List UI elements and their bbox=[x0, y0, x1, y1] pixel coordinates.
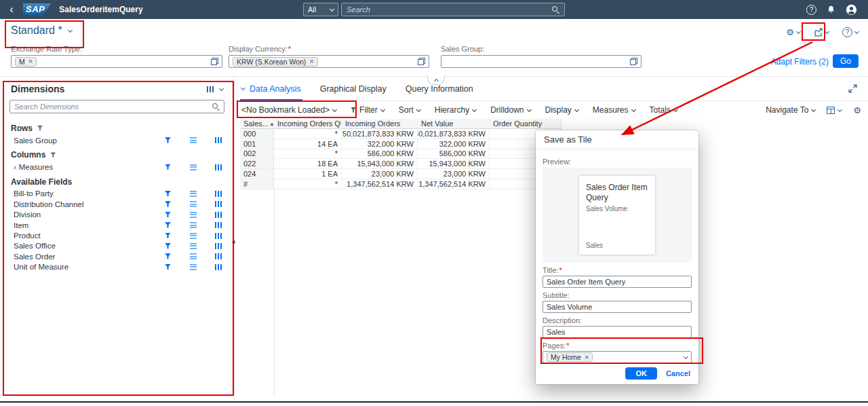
column-header[interactable]: Incoming Orders bbox=[342, 119, 418, 129]
settings-menu-button[interactable]: ⚙ bbox=[786, 28, 800, 37]
bookmark-selector[interactable]: <No Bookmark Loaded> bbox=[241, 105, 336, 115]
back-icon[interactable]: ‹ bbox=[0, 1, 23, 18]
dimension-item[interactable]: Item bbox=[0, 220, 234, 230]
title-input[interactable] bbox=[542, 276, 692, 288]
variant-selector[interactable]: Standard * bbox=[11, 24, 72, 37]
filter-icon[interactable] bbox=[165, 243, 171, 249]
chart-display-icon[interactable] bbox=[215, 253, 222, 259]
chart-display-icon[interactable] bbox=[215, 191, 222, 197]
cancel-button[interactable]: Cancel bbox=[666, 369, 690, 377]
filter-icon[interactable] bbox=[165, 164, 171, 170]
value-help-icon[interactable] bbox=[418, 58, 425, 65]
table-display-icon[interactable] bbox=[190, 164, 197, 170]
value-help-icon[interactable] bbox=[630, 58, 637, 65]
row-header-cell[interactable]: 000 bbox=[240, 129, 274, 139]
chart-display-icon[interactable] bbox=[215, 137, 222, 143]
sort-menu[interactable]: Sort bbox=[399, 105, 420, 115]
filter-icon[interactable] bbox=[165, 264, 171, 270]
measures-menu[interactable]: Measures bbox=[593, 105, 635, 115]
row-header-cell[interactable]: 002 bbox=[240, 149, 274, 160]
panel-collapse-handle[interactable]: ◄ bbox=[231, 239, 236, 245]
dimension-item-measures[interactable]: › Measures bbox=[0, 162, 234, 172]
dimension-item[interactable]: Sales Office bbox=[0, 241, 234, 251]
exchange-rate-type-input[interactable]: M × bbox=[11, 55, 222, 68]
row-header-cell[interactable]: 024 bbox=[240, 169, 274, 179]
value-help-icon[interactable] bbox=[211, 58, 218, 65]
table-display-icon[interactable] bbox=[190, 243, 197, 249]
row-header-cell[interactable]: 022 bbox=[240, 159, 274, 169]
table-display-icon[interactable] bbox=[190, 137, 197, 143]
notifications-bell-icon[interactable] bbox=[827, 5, 835, 14]
description-input[interactable] bbox=[542, 326, 692, 338]
dimension-item[interactable]: Unit of Measure bbox=[0, 262, 234, 272]
column-header[interactable]: Net Value bbox=[418, 119, 490, 129]
table-settings-gear-icon[interactable]: ⚙ bbox=[853, 106, 861, 115]
go-button[interactable]: Go bbox=[833, 54, 859, 68]
filter-menu[interactable]: Filter bbox=[351, 105, 384, 115]
filter-icon[interactable] bbox=[165, 137, 171, 143]
table-view-menu[interactable] bbox=[827, 107, 842, 114]
filter-icon[interactable] bbox=[165, 233, 171, 239]
tab-data-analysis[interactable]: Data Analysis bbox=[241, 77, 301, 100]
chart-display-icon[interactable] bbox=[215, 164, 222, 170]
dimension-item[interactable]: Distribution Channel bbox=[0, 199, 234, 209]
token-remove-icon[interactable]: × bbox=[309, 58, 313, 65]
chart-display-icon[interactable] bbox=[215, 264, 222, 270]
pages-combobox[interactable]: My Home × bbox=[542, 351, 692, 363]
chart-display-icon[interactable] bbox=[215, 233, 222, 239]
table-display-icon[interactable] bbox=[190, 191, 197, 197]
user-avatar-icon[interactable] bbox=[846, 4, 857, 16]
table-display-icon[interactable] bbox=[190, 212, 197, 218]
table-display-icon[interactable] bbox=[190, 201, 197, 207]
adapt-filters-link[interactable]: Adapt Filters (2) bbox=[771, 57, 829, 67]
filter-icon[interactable] bbox=[165, 201, 171, 207]
table-display-icon[interactable] bbox=[190, 264, 197, 270]
sales-group-input[interactable] bbox=[441, 55, 642, 68]
drilldown-menu[interactable]: Drilldown bbox=[490, 105, 530, 115]
hierarchy-menu[interactable]: Hierarchy bbox=[435, 105, 476, 115]
search-icon[interactable] bbox=[552, 6, 559, 14]
dimension-item[interactable]: Sales Order bbox=[0, 251, 234, 261]
column-header[interactable]: Order Quantity bbox=[490, 119, 561, 129]
search-scope-select[interactable]: All bbox=[303, 3, 338, 16]
help-menu-button[interactable]: ? bbox=[842, 27, 859, 37]
filter-icon[interactable] bbox=[165, 191, 171, 197]
dimensions-search-input[interactable] bbox=[14, 103, 212, 111]
chart-display-icon[interactable] bbox=[215, 201, 222, 207]
table-display-icon[interactable] bbox=[190, 233, 197, 239]
dimensions-settings-button[interactable] bbox=[207, 86, 223, 92]
token-remove-icon[interactable]: × bbox=[28, 58, 33, 65]
chart-display-icon[interactable] bbox=[215, 243, 222, 249]
dimension-item-sales-group[interactable]: Sales Group bbox=[0, 135, 234, 145]
row-header-cell[interactable]: # bbox=[240, 179, 274, 189]
table-display-icon[interactable] bbox=[190, 253, 197, 259]
display-currency-input[interactable]: KRW (S.Korean Won) × bbox=[229, 55, 429, 68]
ok-button[interactable]: OK bbox=[625, 367, 657, 380]
table-display-icon[interactable] bbox=[190, 222, 197, 228]
row-header-cell[interactable]: 001 bbox=[240, 139, 274, 149]
chart-display-icon[interactable] bbox=[215, 212, 222, 218]
filter-icon[interactable] bbox=[165, 222, 171, 228]
column-header[interactable]: Incoming Orders Qty bbox=[274, 119, 342, 129]
filter-icon[interactable] bbox=[165, 212, 171, 218]
totals-menu[interactable]: Totals bbox=[650, 105, 677, 115]
tab-graphical-display[interactable]: Graphical Display bbox=[320, 77, 387, 100]
share-menu-button[interactable] bbox=[814, 28, 829, 37]
help-icon[interactable]: ? bbox=[806, 5, 816, 15]
search-icon[interactable] bbox=[212, 103, 220, 111]
chart-display-icon[interactable] bbox=[215, 222, 222, 228]
section-settings-icon[interactable] bbox=[37, 126, 43, 131]
filter-icon[interactable] bbox=[165, 253, 171, 259]
token-remove-icon[interactable]: × bbox=[585, 354, 589, 361]
fullscreen-icon[interactable] bbox=[848, 84, 857, 93]
dimension-item[interactable]: Bill-to Party bbox=[0, 189, 234, 199]
dimension-item[interactable]: Product bbox=[0, 230, 234, 240]
expand-arrow-icon[interactable]: › bbox=[14, 163, 16, 171]
dimension-item[interactable]: Division bbox=[0, 210, 234, 220]
display-menu[interactable]: Display bbox=[545, 105, 578, 115]
subtitle-input[interactable] bbox=[542, 301, 692, 313]
navigate-to-menu[interactable]: Navigate To bbox=[766, 105, 815, 115]
column-header[interactable]: Sales...▴ bbox=[240, 119, 274, 129]
section-settings-icon[interactable] bbox=[50, 152, 56, 158]
search-input[interactable] bbox=[347, 5, 543, 14]
